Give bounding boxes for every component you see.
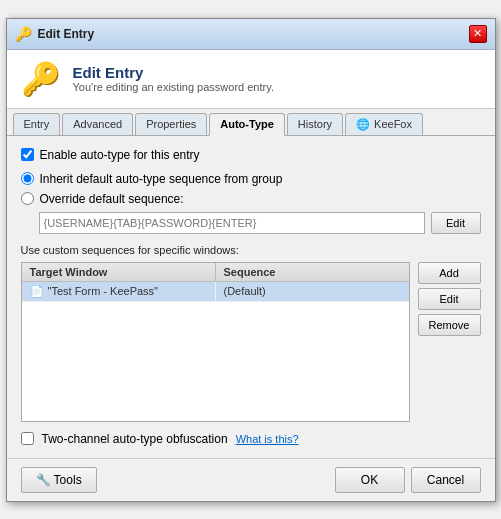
inherit-label: Inherit default auto-type sequence from …	[40, 172, 283, 186]
inherit-radio-row: Inherit default auto-type sequence from …	[21, 172, 481, 186]
table-row[interactable]: 📄 "Test Form - KeePass" (Default)	[22, 282, 409, 302]
tab-auto-type[interactable]: Auto-Type	[209, 113, 285, 136]
obfuscation-checkbox[interactable]	[21, 432, 34, 445]
title-bar: 🔑 Edit Entry ✕	[7, 19, 495, 50]
title-bar-text: Edit Entry	[38, 27, 95, 41]
override-input-row: Edit	[39, 212, 481, 234]
tab-advanced[interactable]: Advanced	[62, 113, 133, 135]
header-area: 🔑 Edit Entry You're editing an existing …	[7, 50, 495, 109]
cancel-button[interactable]: Cancel	[411, 467, 481, 493]
title-bar-app-icon: 🔑	[15, 26, 32, 42]
enable-autotype-row: Enable auto-type for this entry	[21, 148, 481, 162]
table-side-buttons: Add Edit Remove	[418, 262, 481, 422]
header-subtitle: You're editing an existing password entr…	[73, 81, 274, 93]
edit-button[interactable]: Edit	[418, 288, 481, 310]
obfuscation-row: Two-channel auto-type obfuscation What i…	[21, 432, 481, 446]
cell-sequence: (Default)	[216, 282, 409, 301]
header-text: Edit Entry You're editing an existing pa…	[73, 64, 274, 93]
add-button[interactable]: Add	[418, 262, 481, 284]
row-icon: 📄	[30, 285, 44, 298]
cell-target-window: 📄 "Test Form - KeePass"	[22, 282, 216, 301]
close-button[interactable]: ✕	[469, 25, 487, 43]
keefox-icon: 🌐	[356, 118, 370, 131]
col-sequence: Sequence	[216, 263, 409, 281]
inherit-radio[interactable]	[21, 172, 34, 185]
override-radio-row: Override default sequence:	[21, 192, 481, 206]
header-title: Edit Entry	[73, 64, 274, 81]
obfuscation-label: Two-channel auto-type obfuscation	[42, 432, 228, 446]
table-area: Target Window Sequence 📄 "Test Form - Ke…	[21, 262, 481, 422]
ok-button[interactable]: OK	[335, 467, 405, 493]
tools-button[interactable]: 🔧 Tools	[21, 467, 97, 493]
what-is-this-link[interactable]: What is this?	[236, 433, 299, 445]
enable-autotype-checkbox[interactable]	[21, 148, 34, 161]
override-radio[interactable]	[21, 192, 34, 205]
sequences-table: Target Window Sequence 📄 "Test Form - Ke…	[21, 262, 410, 422]
header-icon: 🔑	[21, 60, 61, 98]
remove-button[interactable]: Remove	[418, 314, 481, 336]
title-bar-left: 🔑 Edit Entry	[15, 26, 95, 42]
footer: 🔧 Tools OK Cancel	[7, 458, 495, 501]
main-window: 🔑 Edit Entry ✕ 🔑 Edit Entry You're editi…	[6, 18, 496, 502]
custom-sequences-label: Use custom sequences for specific window…	[21, 244, 481, 256]
tab-keefox-label: KeeFox	[374, 118, 412, 130]
override-sequence-input[interactable]	[39, 212, 425, 234]
tab-bar: Entry Advanced Properties Auto-Type Hist…	[7, 109, 495, 136]
override-label: Override default sequence:	[40, 192, 184, 206]
tab-history[interactable]: History	[287, 113, 343, 135]
table-header: Target Window Sequence	[22, 263, 409, 282]
tab-entry[interactable]: Entry	[13, 113, 61, 135]
tab-keefox[interactable]: 🌐 KeeFox	[345, 113, 423, 135]
override-edit-button[interactable]: Edit	[431, 212, 481, 234]
col-target-window: Target Window	[22, 263, 216, 281]
tab-properties[interactable]: Properties	[135, 113, 207, 135]
tab-content: Enable auto-type for this entry Inherit …	[7, 136, 495, 458]
footer-right: OK Cancel	[335, 467, 481, 493]
enable-autotype-label: Enable auto-type for this entry	[40, 148, 200, 162]
